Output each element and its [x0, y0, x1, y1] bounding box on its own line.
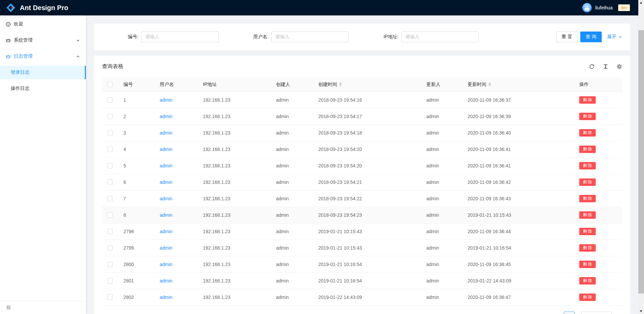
sort-ascending-icon[interactable]: [488, 82, 491, 84]
delete-button[interactable]: 删 除: [579, 277, 596, 284]
row-checkbox[interactable]: [107, 130, 113, 136]
cell-ip: 192.168.1.23: [198, 190, 271, 207]
sidebar-item-2[interactable]: 日志管理: [0, 50, 86, 63]
cell-ip: 192.168.1.23: [198, 108, 271, 124]
density-icon[interactable]: [603, 64, 608, 69]
cell-id: 2798: [118, 223, 154, 240]
sort-descending-icon[interactable]: [488, 85, 491, 86]
username-link[interactable]: admin: [160, 130, 172, 136]
sidebar-item-label: 操作日志: [11, 86, 30, 92]
table-row: 2798admin192.168.1.23admin2019-01-21 10:…: [102, 223, 623, 240]
row-checkbox[interactable]: [107, 179, 113, 185]
username-link[interactable]: admin: [160, 114, 172, 119]
username-link[interactable]: admin: [160, 262, 172, 267]
reload-icon[interactable]: [589, 64, 595, 69]
app-logo-icon[interactable]: [6, 3, 16, 13]
id-input[interactable]: 请输入: [141, 32, 219, 42]
row-checkbox[interactable]: [107, 278, 113, 283]
delete-button[interactable]: 删 除: [579, 146, 596, 153]
settings-gear-icon[interactable]: [616, 64, 622, 69]
username-link[interactable]: admin: [160, 245, 172, 251]
pagination-page-size-select[interactable]: [581, 312, 611, 314]
row-checkbox[interactable]: [107, 212, 113, 218]
collapse-sidebar-icon[interactable]: [6, 305, 11, 310]
row-checkbox[interactable]: [107, 262, 113, 267]
select-all-checkbox[interactable]: [107, 82, 113, 87]
row-checkbox[interactable]: [107, 295, 113, 300]
cell-created-at: 2019-01-21 10:15:43: [313, 223, 421, 240]
cell-updated-at: 2020-11-09 16:36:41: [462, 157, 574, 174]
delete-button[interactable]: 删 除: [579, 261, 596, 268]
field-label: IP地址:: [370, 34, 399, 40]
sidebar-item-1[interactable]: 系统管理: [0, 34, 86, 47]
column-header-label: 编号: [123, 82, 133, 87]
user-avatar[interactable]: [582, 3, 592, 12]
sidebar-item-label: 日志管理: [14, 53, 33, 59]
username-link[interactable]: admin: [160, 163, 172, 168]
sort-descending-icon[interactable]: [339, 85, 342, 86]
pagination-current-page[interactable]: [564, 312, 575, 314]
delete-button[interactable]: 删 除: [579, 129, 596, 137]
search-field-ip: IP地址:请输入: [362, 32, 492, 42]
expand-link[interactable]: 展开: [607, 34, 622, 40]
sidebar-item-0[interactable]: 欢迎: [0, 17, 86, 31]
username-link[interactable]: admin: [160, 295, 172, 300]
cell-creator: admin: [271, 190, 313, 207]
delete-button[interactable]: 删 除: [579, 228, 596, 235]
row-checkbox-cell: [102, 207, 118, 223]
delete-button[interactable]: 删 除: [579, 113, 596, 120]
delete-button[interactable]: 删 除: [579, 178, 596, 186]
top-header: Ant Design Pro liufeihua dev: [0, 0, 638, 15]
scrollbar-down-arrow[interactable]: [640, 310, 642, 312]
scrollbar-thumb[interactable]: [638, 30, 644, 294]
column-header-5: 更新人: [421, 77, 462, 92]
delete-button[interactable]: 删 除: [579, 211, 596, 219]
placeholder-text: 请输入: [275, 34, 289, 40]
sidebar-item-sub-3[interactable]: 登录日志: [0, 66, 86, 79]
row-checkbox[interactable]: [107, 196, 113, 201]
table-card: 查询表格: [94, 56, 630, 314]
delete-button[interactable]: 删 除: [579, 244, 596, 252]
ip-input[interactable]: 请输入: [401, 32, 479, 42]
delete-button[interactable]: 删 除: [579, 96, 596, 104]
username-link[interactable]: admin: [160, 147, 172, 152]
username-input[interactable]: 请输入: [271, 32, 349, 42]
column-header-2: IP地址: [198, 77, 271, 92]
username-link[interactable]: admin: [160, 229, 172, 234]
delete-button[interactable]: 删 除: [579, 162, 596, 169]
cell-actions: 删 除: [574, 240, 623, 256]
username-link[interactable]: admin: [160, 196, 172, 201]
delete-button[interactable]: 删 除: [579, 294, 596, 301]
column-header-4[interactable]: 创建时间: [313, 77, 421, 92]
query-button[interactable]: 查 询: [580, 32, 602, 42]
cell-creator: admin: [271, 240, 313, 256]
app-title[interactable]: Ant Design Pro: [20, 4, 68, 12]
sidebar-item-sub-4[interactable]: 操作日志: [0, 82, 86, 95]
column-header-6[interactable]: 更新时间: [462, 77, 574, 92]
scrollbar-up-arrow[interactable]: [640, 2, 642, 4]
delete-button[interactable]: 删 除: [579, 195, 596, 202]
row-checkbox[interactable]: [107, 97, 113, 103]
cell-username: admin: [154, 256, 198, 272]
row-checkbox[interactable]: [107, 114, 113, 119]
cell-updated-at: 2020-11-09 16:36:42: [462, 174, 574, 190]
cell-creator: admin: [271, 141, 313, 157]
cell-created-at: 2018-09-23 19:54:16: [313, 92, 421, 108]
table-toolbar: 查询表格: [94, 56, 630, 77]
reset-button[interactable]: 重 置: [556, 32, 578, 42]
username-link[interactable]: admin: [160, 97, 172, 103]
username-link[interactable]: admin: [160, 179, 172, 185]
sort-icons[interactable]: [339, 82, 342, 86]
cell-creator: admin: [271, 207, 313, 223]
username-link[interactable]: admin: [160, 278, 172, 283]
sort-ascending-icon[interactable]: [339, 82, 342, 84]
user-name[interactable]: liufeihua: [595, 5, 612, 10]
sort-icons[interactable]: [488, 82, 491, 86]
row-checkbox[interactable]: [107, 163, 113, 168]
row-checkbox[interactable]: [107, 147, 113, 152]
table-title: 查询表格: [102, 63, 123, 70]
username-link[interactable]: admin: [160, 212, 172, 218]
window-scrollbar[interactable]: [638, 0, 644, 314]
row-checkbox[interactable]: [107, 245, 113, 251]
row-checkbox[interactable]: [107, 229, 113, 234]
